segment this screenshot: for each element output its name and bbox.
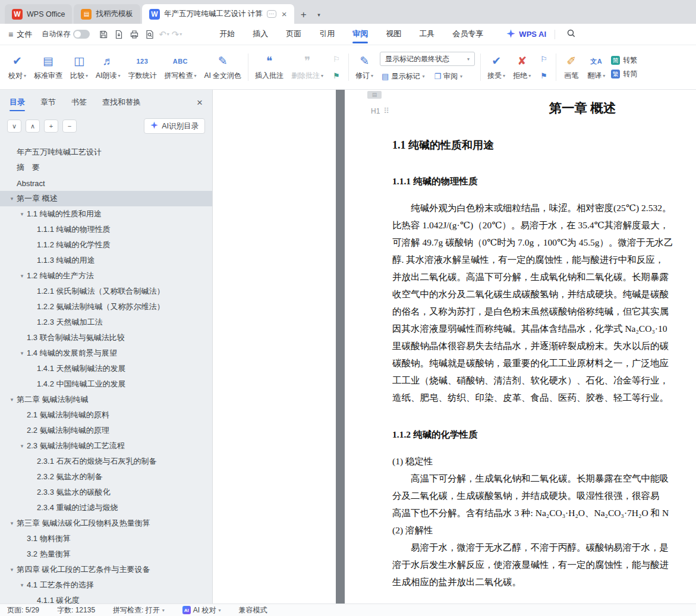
reject-change-button[interactable]: ✘拒绝▾ [509,52,534,83]
toc-item[interactable]: 1.1.2 纯碱的化学性质 [0,237,212,253]
toc-item[interactable]: 1.2.3 天然碱加工法 [0,315,212,330]
status-spellcheck[interactable]: 拼写检查: 打开▾ [113,605,165,615]
track-changes-dropdown-icon[interactable]: ▾ [371,73,373,78]
doc-title[interactable]: 第一章 概述 [392,99,696,117]
toc-item[interactable]: ▾第一章 概述 [0,191,212,206]
tab-list-dropdown-icon[interactable]: ▾ [313,6,325,24]
status-page-indicator[interactable]: 页面: 5/29 [7,605,39,615]
toc-expand-arrow[interactable]: ▾ [17,350,27,356]
word-count-button[interactable]: 123字数统计 [124,52,160,83]
toc-expand-arrow[interactable]: ▾ [7,196,17,202]
redo-dropdown-icon[interactable]: ▾ [179,32,182,37]
toc-item[interactable]: 2.3.2 氨盐水的制备 [0,469,212,485]
toc-item[interactable]: 3.1 物料衡算 [0,531,212,546]
menu-reference[interactable]: 引用 [310,24,344,45]
prev-change-button[interactable]: ⚐ [536,52,552,66]
toc-item[interactable]: ▾1.2 纯碱的生产方法 [0,268,212,284]
toc-item[interactable]: ▾4.1 工艺条件的选择 [0,577,212,593]
delete-comment-button[interactable]: ❞删除批注▾ [288,52,327,83]
toc-item[interactable]: 1.2.2 氨碱法制纯碱（又称苏尔维法） [0,299,212,315]
delete-comment-dropdown-icon[interactable]: ▾ [321,73,323,78]
toc-item[interactable]: 1.4.2 中国纯碱工业的发展 [0,376,212,392]
doc-text-line[interactable]: 工工业（烧碱、硝酸钠、清洁剂、软化硬水）、石化、冶金等行业， [392,372,696,389]
spell-check-dropdown-icon[interactable]: ▾ [194,73,196,78]
doc-text-line[interactable]: 并放出二氧化碳。高温下可分解，生成氧化钠和二氧化碳。长期暴露 [392,268,696,285]
toc-item[interactable]: 2.3.1 石灰石的煅烧与石灰乳的制备 [0,454,212,469]
drag-handle-icon[interactable]: ⠿ [383,106,389,115]
toc-expand-arrow[interactable]: ▾ [7,520,17,526]
translate-button[interactable]: 文A翻译▾ [584,52,609,83]
toc-item[interactable]: 1.3 联合制碱法与氨碱法比较 [0,330,212,345]
translate-dropdown-icon[interactable]: ▾ [603,73,605,78]
doc-subheading[interactable]: 1.1.1 纯碱的物理性质 [392,174,696,188]
menu-insert[interactable]: 插入 [244,24,277,45]
search-button[interactable] [563,27,579,42]
compare-button[interactable]: ◫比较▾ [67,52,92,83]
file-menu-button[interactable]: ≡ 文件 [8,29,32,40]
toc-item[interactable]: 1.1.1 纯碱的物理性质 [0,222,212,237]
accept-change-dropdown-icon[interactable]: ▾ [503,73,505,78]
next-comment-button[interactable]: ⚑ [329,69,344,83]
toc-expand-arrow[interactable]: ▾ [17,211,27,217]
menu-tools[interactable]: 工具 [410,24,443,45]
doc-text-line[interactable]: 造纸、肥皂、纺织、印染、皮革、食品、医药、胶卷、轻工等行业。 [392,389,696,406]
tab-bookmarks[interactable]: 书签 [71,90,87,115]
doc-text-line[interactable]: 易溶于水，微溶于无水乙醇，不溶于丙醇。碳酸钠易溶于水，是 [392,539,696,556]
tab-find-replace[interactable]: 查找和替换 [102,90,141,115]
track-changes-button[interactable]: ✎修订▾ [352,52,377,83]
doc-text-line[interactable]: 纯碱外观为白色粉末或细粒结晶，味涩。相对密度(25℃) 2.532。 [392,199,696,216]
toc-item[interactable]: 1.2.1 侯氏制碱法（又称联合制碱法） [0,284,212,299]
doc-text-line[interactable]: 溶于水后发生水解反应，使溶液显碱性，有一定的腐蚀性，能与酸进 [392,556,696,573]
ai-recognize-toc-button[interactable]: AI识别目录 [144,118,205,134]
doc-subheading[interactable]: 1.1.2 纯碱的化学性质 [392,428,696,442]
tab-wps-home[interactable]: W WPS Office [5,4,72,24]
doc-text-line[interactable]: 比热容 1.042J/(g·℃)（20℃）。易溶于水，在 35.4℃其溶解度最大… [392,216,696,234]
traditional-to-simplified-button[interactable]: 繁转简 [611,69,637,79]
doc-text-line[interactable]: 因其水溶液显弱碱性而称纯碱。其晶体含结晶水，化学式 Na₂CO₃·10 [392,320,696,337]
toc-item[interactable]: ▾第三章 氨碱法碳化工段物料及热量衡算 [0,516,212,531]
prev-comment-button[interactable]: ⚐ [329,52,344,66]
menu-review[interactable]: 审阅 [344,24,377,45]
doc-text-line[interactable]: 醇. 其水溶液水解呈碱性，有一定的腐蚀性，能与酸进行中和反应， [392,251,696,268]
toc-expand-arrow[interactable]: ▾ [7,567,17,573]
proofread-button[interactable]: ✔校对▾ [5,52,30,83]
reject-change-dropdown-icon[interactable]: ▾ [528,73,531,78]
doc-text-line[interactable]: 里碳酸钠晶体很容易失去结晶水，并逐渐碎裂成粉末。失水以后的碳 [392,337,696,354]
insert-comment-button[interactable]: ❝插入批注 [251,52,287,83]
doc-text-line[interactable]: 的俗名，又称为苏打，是白色粉末虽然碳酸钠俗称纯碱，但它其实属 [392,303,696,320]
review-pane-button[interactable]: ❐审阅▾ [432,70,464,83]
tab-toc[interactable]: 目录 [10,90,25,115]
export-pdf-button[interactable] [112,27,126,42]
redo-button[interactable]: ↷▾ [172,29,182,40]
toc-item[interactable]: 4.1.1 碳化度 [0,593,212,604]
tab-docer-template[interactable]: ▤ 找稻壳模板 [74,4,140,24]
toc-item[interactable]: Abstract [0,175,212,191]
toc-item[interactable]: 1.1.3 纯碱的用途 [0,253,212,268]
heading-level-marker[interactable]: H1 ⠿ [371,106,389,115]
toc-prev-heading-button[interactable]: ∧ [26,120,40,133]
ai-read-aloud-button[interactable]: ♬AI朗读▾ [92,52,124,83]
toc-expand-all-button[interactable]: + [44,120,58,133]
simplified-to-traditional-button[interactable]: 简转繁 [611,55,637,65]
menu-page[interactable]: 页面 [277,24,310,45]
spell-check-button[interactable]: ABC拼写检查▾ [160,52,200,83]
tab-document[interactable]: W 年产五万吨纯碱工艺设计 计算 ⋯ × [142,4,294,24]
toc-expand-arrow[interactable]: ▾ [17,582,27,588]
ai-read-aloud-dropdown-icon[interactable]: ▾ [118,73,120,78]
standard-review-button[interactable]: ▤标准审查 [30,52,66,83]
ai-polish-button[interactable]: ✎AI 全文润色 [200,52,245,83]
close-pane-icon[interactable]: × [197,98,203,108]
toc-expand-arrow[interactable]: ▾ [17,273,27,279]
tab-close-icon[interactable]: × [282,10,287,18]
new-tab-button[interactable]: + [296,6,311,24]
save-button[interactable] [96,27,111,42]
toc-item[interactable]: 1.4.1 天然碱制碱法的发展 [0,361,212,376]
toc-item[interactable]: 2.3.4 重碱的过滤与煅烧 [0,500,212,516]
toc-item[interactable]: 2.1 氨碱法制纯碱的原料 [0,407,212,423]
proofread-dropdown-icon[interactable]: ▾ [24,73,26,78]
doc-text-line[interactable]: 碳酸钠。纯碱就是碳酸钠，最重要的化工工业原材料之一，广泛地应 [392,354,696,372]
menu-member[interactable]: 会员专享 [443,24,492,45]
markup-state-select[interactable]: 显示标记的最终状态▾ [380,52,475,66]
doc-text-line[interactable]: (1) 稳定性 [392,452,696,470]
autosave-toggle[interactable] [73,30,90,39]
